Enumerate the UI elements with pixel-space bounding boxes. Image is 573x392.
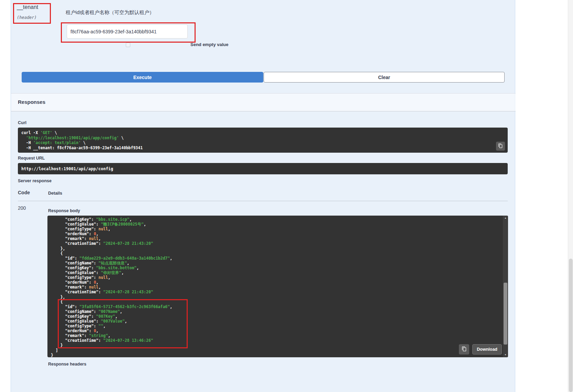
curl-command-block: curl -X 'GET' \ 'http://localhost:19001/… <box>18 128 508 153</box>
send-empty-value-label: Send empty value <box>190 42 229 47</box>
scrollbar-thumb[interactable] <box>504 283 507 345</box>
request-url-block: http://localhost:19001/api/app/config <box>18 163 508 174</box>
response-body-actions: Download <box>459 344 502 355</box>
get-operation-section: __tenant (header) 租户id或者租户名称（可空为默认租户） Se… <box>11 0 515 392</box>
execute-button[interactable]: Execute <box>22 72 263 83</box>
response-body-block: "configKey": "bbs.site.icp", "configValu… <box>47 216 508 357</box>
clipboard-icon <box>462 346 467 352</box>
parameter-location: (header) <box>17 15 37 20</box>
parameter-description: 租户id或者租户名称（可空为默认租户） <box>66 9 154 16</box>
status-code: 200 <box>18 205 26 211</box>
send-empty-value-checkbox[interactable] <box>126 43 130 47</box>
response-body-scrollbar[interactable]: ▲ ▼ <box>503 216 508 357</box>
response-body-label: Response body <box>48 208 80 213</box>
scroll-down-icon[interactable]: ▼ <box>503 352 508 357</box>
request-url-value: http://localhost:19001/api/app/config <box>21 166 113 171</box>
page-scrollbar-thumb[interactable] <box>569 259 573 392</box>
download-button[interactable]: Download <box>472 344 502 355</box>
curl-label: Curl <box>18 120 26 125</box>
parameter-name: __tenant <box>17 4 38 10</box>
copy-curl-button[interactable] <box>496 142 505 151</box>
page-scrollbar[interactable] <box>568 0 573 392</box>
clipboard-icon <box>498 143 503 149</box>
response-headers-label: Response headers <box>48 362 86 367</box>
responses-title: Responses <box>18 99 45 105</box>
response-body-json: "configKey": "bbs.site.icp", "configValu… <box>47 216 508 359</box>
swagger-operation-page: __tenant (header) 租户id或者租户名称（可空为默认租户） Se… <box>0 0 573 392</box>
copy-response-button[interactable] <box>459 344 469 355</box>
clear-button[interactable]: Clear <box>264 72 505 83</box>
table-header-divider <box>18 201 508 201</box>
responses-header-band: Responses <box>11 93 516 111</box>
curl-command-text: curl -X 'GET' \ 'http://localhost:19001/… <box>18 128 508 153</box>
server-response-label: Server response <box>18 178 52 183</box>
code-column-header: Code <box>18 190 30 195</box>
details-column-header: Details <box>48 191 62 196</box>
tenant-value-input[interactable] <box>67 24 188 39</box>
scroll-up-icon[interactable]: ▲ <box>503 216 508 220</box>
request-url-label: Request URL <box>18 156 45 161</box>
